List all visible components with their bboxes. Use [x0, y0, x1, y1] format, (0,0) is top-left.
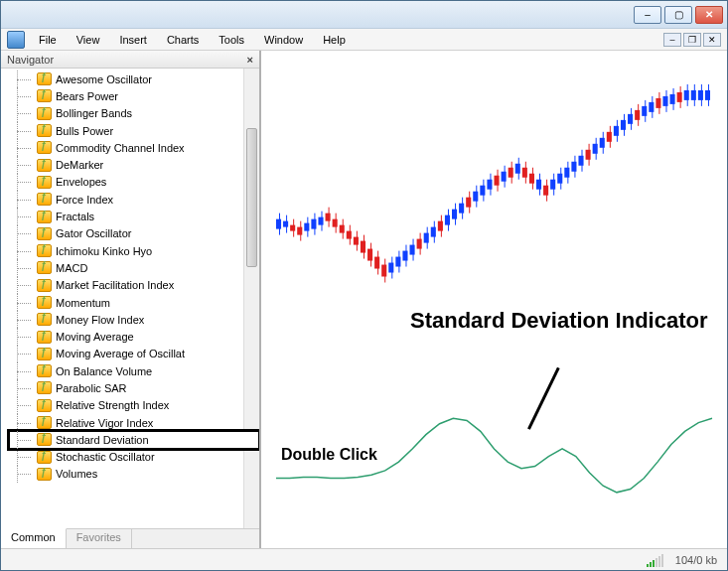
statusbar: 104/0 kb [1, 548, 727, 570]
menu-insert[interactable]: Insert [109, 31, 157, 49]
navigator-item[interactable]: DeMarker [9, 156, 259, 173]
navigator-item-label: Volumes [56, 468, 97, 480]
navigator-item[interactable]: On Balance Volume [9, 362, 259, 379]
mdi-close-button[interactable]: ✕ [703, 33, 721, 47]
indicator-icon [37, 279, 52, 292]
navigator-item-label: Relative Strength Index [56, 399, 169, 411]
indicator-icon [37, 244, 52, 257]
indicator-icon [37, 107, 52, 120]
navigator-item[interactable]: Force Index [9, 191, 259, 208]
svg-rect-113 [670, 94, 675, 104]
svg-rect-97 [614, 126, 619, 136]
svg-rect-107 [649, 102, 654, 112]
navigator-close-button[interactable]: × [247, 54, 253, 66]
svg-rect-19 [340, 225, 345, 233]
navigator-item[interactable]: Bears Power [9, 87, 259, 104]
signal-icon [647, 553, 663, 567]
navigator-item[interactable]: Relative Vigor Index [9, 414, 259, 431]
menu-window[interactable]: Window [254, 31, 313, 49]
indicator-icon [37, 399, 52, 412]
navigator-item[interactable]: Fractals [9, 208, 259, 224]
indicator-icon [37, 433, 52, 446]
mdi-minimize-button[interactable]: – [663, 33, 681, 47]
menu-charts[interactable]: Charts [157, 31, 209, 49]
navigator-item-label: Moving Average [56, 331, 134, 343]
svg-rect-83 [564, 168, 569, 178]
indicator-icon [37, 227, 52, 240]
navigator-scroll-thumb[interactable] [246, 128, 257, 267]
mdi-restore-button[interactable]: ❐ [683, 33, 701, 47]
body-area: Navigator × Awesome OscillatorBears Powe… [1, 51, 727, 548]
navigator-item-label: Moving Average of Oscillat [56, 348, 185, 359]
navigator-item-label: Momentum [56, 297, 110, 309]
svg-rect-63 [494, 176, 499, 186]
indicator-icon [37, 451, 52, 464]
navigator-item[interactable]: Volumes [9, 466, 259, 483]
svg-rect-81 [557, 174, 562, 184]
navigator-item[interactable]: Bulls Power [9, 122, 259, 139]
svg-rect-101 [628, 114, 633, 124]
tab-favorites[interactable]: Favorites [67, 529, 132, 548]
indicator-icon [37, 72, 52, 85]
navigator-tree: Awesome OscillatorBears PowerBollinger B… [1, 69, 259, 528]
svg-rect-87 [578, 156, 583, 166]
navigator-item[interactable]: Bollinger Bands [9, 105, 259, 122]
svg-rect-7 [297, 227, 302, 235]
navigator-scrollbar[interactable] [243, 69, 259, 528]
navigator-item[interactable]: Market Facilitation Index [9, 277, 259, 294]
navigator-item[interactable]: Ichimoku Kinko Hyo [9, 242, 259, 259]
navigator-item[interactable]: Commodity Channel Index [9, 139, 259, 156]
menu-file[interactable]: File [29, 31, 67, 49]
indicator-icon [37, 364, 52, 377]
navigator-item-label: Parabolic SAR [56, 382, 127, 394]
indicator-icon [37, 89, 52, 102]
window-minimize-button[interactable]: – [634, 6, 661, 24]
svg-rect-45 [431, 227, 436, 237]
navigator-item[interactable]: Stochastic Oscillator [9, 449, 259, 466]
navigator-item[interactable]: Envelopes [9, 174, 259, 191]
navigator-item[interactable]: Gator Oscillator [9, 225, 259, 242]
svg-rect-9 [304, 223, 309, 231]
svg-rect-75 [536, 180, 541, 190]
navigator-item[interactable]: Moving Average of Oscillat [9, 346, 259, 362]
navigator-item[interactable]: Moving Average [9, 328, 259, 345]
navigator-item-label: Money Flow Index [56, 314, 144, 326]
navigator-item[interactable]: Money Flow Index [9, 311, 259, 328]
svg-rect-93 [600, 138, 605, 148]
navigator-item-label: Gator Oscillator [56, 227, 131, 239]
menu-help[interactable]: Help [313, 31, 356, 49]
menu-view[interactable]: View [67, 31, 110, 49]
navigator-title: Navigator × [1, 51, 259, 69]
menu-tools[interactable]: Tools [209, 31, 254, 49]
svg-rect-41 [417, 239, 422, 249]
navigator-item[interactable]: Relative Strength Index [9, 397, 259, 414]
navigator-item-label: Bulls Power [56, 125, 113, 137]
window-maximize-button[interactable]: ▢ [664, 6, 692, 24]
navigator-item[interactable]: Awesome Oscillator [9, 71, 259, 87]
chart-area[interactable]: Standard Deviation Indicator Double Clic… [261, 51, 727, 548]
window-close-button[interactable]: ✕ [695, 6, 723, 24]
svg-rect-109 [655, 98, 660, 108]
tab-common[interactable]: Common [1, 528, 67, 548]
svg-rect-21 [347, 231, 352, 239]
svg-rect-11 [311, 219, 316, 229]
svg-rect-89 [586, 150, 591, 160]
svg-rect-31 [381, 265, 386, 277]
annotation-title: Standard Deviation Indicator [410, 309, 708, 333]
svg-rect-5 [290, 225, 295, 231]
navigator-item-label: MACD [56, 262, 87, 274]
svg-rect-33 [388, 263, 393, 273]
svg-rect-123 [705, 90, 710, 100]
indicator-icon [37, 193, 52, 206]
indicator-icon [37, 381, 52, 394]
svg-rect-25 [361, 241, 365, 253]
navigator-title-text: Navigator [7, 54, 54, 66]
svg-rect-115 [677, 92, 682, 102]
svg-rect-117 [684, 90, 689, 100]
svg-rect-67 [509, 168, 513, 178]
status-traffic: 104/0 kb [675, 554, 717, 566]
navigator-item[interactable]: MACD [9, 259, 259, 276]
navigator-item[interactable]: Standard Deviation [9, 431, 259, 448]
navigator-item[interactable]: Momentum [9, 294, 259, 311]
navigator-item[interactable]: Parabolic SAR [9, 379, 259, 396]
